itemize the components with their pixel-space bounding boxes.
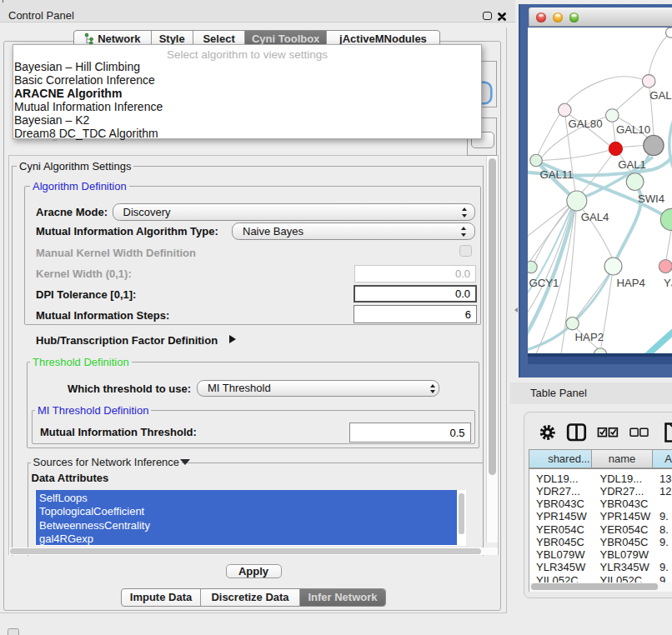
svg-text:HAP4: HAP4 (616, 277, 644, 289)
svg-text:GAL7: GAL7 (649, 89, 672, 102)
svg-text:YJ: YJ (664, 277, 672, 289)
svg-text:HAP2: HAP2 (575, 331, 604, 343)
svg-text:SWI4: SWI4 (638, 192, 664, 205)
svg-text:GAL10: GAL10 (616, 123, 650, 136)
svg-text:GAL1: GAL1 (618, 158, 646, 171)
svg-text:GCY1: GCY1 (529, 277, 559, 289)
svg-text:GAL80: GAL80 (568, 118, 602, 130)
svg-text:GAL11: GAL11 (539, 168, 573, 181)
svg-text:GAL4: GAL4 (581, 211, 609, 223)
